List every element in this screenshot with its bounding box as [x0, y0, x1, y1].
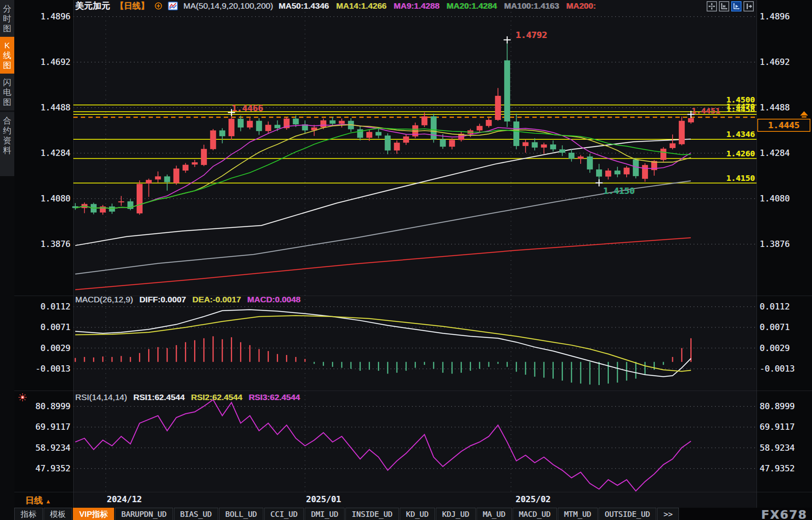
ma-value-0: MA50:1.4346 [279, 1, 329, 11]
chart-toolbar [707, 1, 754, 11]
sidebar-item-0[interactable]: 分时图 [0, 0, 14, 37]
axis-play-icon[interactable] [731, 1, 741, 11]
candle [495, 96, 501, 120]
candle [155, 176, 161, 180]
candle [504, 60, 510, 121]
tab-barupdn_ud[interactable]: BARUPDN_UD [115, 508, 173, 520]
rsi-header-part-2: RSI2:62.4544 [191, 393, 242, 402]
candle [164, 176, 170, 182]
macd-header-part-3: MACD:0.0048 [247, 295, 300, 304]
tab-inside_ud[interactable]: INSIDE_UD [345, 508, 399, 520]
candle [578, 156, 584, 159]
ma-value-1: MA14:1.4266 [336, 1, 387, 11]
candle [449, 140, 455, 147]
candle [274, 125, 280, 128]
candle [596, 169, 602, 176]
candle [633, 159, 639, 176]
macd-header-part-1: DIFF:0.0007 [139, 295, 186, 304]
tab-vip[interactable]: VIP指标 [73, 508, 114, 520]
candle [394, 143, 400, 151]
candle [477, 126, 482, 130]
candle [642, 165, 648, 179]
sidebar-item-1[interactable]: K线图 [0, 37, 14, 74]
candle [320, 120, 326, 127]
rsi-header-part-3: RSI3:62.4544 [249, 393, 300, 402]
ma-settings-label: MA(50,14,9,20,100,200) [183, 1, 273, 11]
candle [366, 132, 372, 138]
ma-values: MA50:1.4346MA14:1.4266MA9:1.4288MA20:1.4… [279, 1, 596, 11]
candle [109, 207, 115, 212]
ma-value-4: MA100:1.4163 [504, 1, 559, 11]
price-up-arrow-icon [799, 111, 809, 118]
tab-kd_ud[interactable]: KD_UD [400, 508, 435, 520]
candle [513, 121, 519, 146]
tab-bias_ud[interactable]: BIAS_UD [174, 508, 218, 520]
sidebar-items-container: 分时图K线图闪电图合约资料 [0, 0, 14, 176]
candle [256, 121, 262, 131]
rsi-header-part-1: RSI1:62.4544 [133, 393, 185, 402]
alert-dot-icon [18, 393, 27, 402]
tab-cci_ud[interactable]: CCI_UD [264, 508, 304, 520]
candle [385, 135, 391, 150]
macd-header-part-0: MACD(26,12,9) [75, 295, 133, 304]
candle [210, 131, 216, 149]
candle [118, 201, 124, 203]
period-selector-label: 日线 [25, 495, 43, 505]
candle [440, 139, 446, 147]
candle [201, 149, 207, 165]
candle [587, 156, 593, 169]
ma-value-2: MA9:1.4288 [394, 1, 440, 11]
candle [330, 120, 335, 123]
candle [421, 116, 427, 125]
date-label-1: 2025/01 [306, 495, 341, 504]
chart-canvas[interactable] [0, 0, 812, 520]
ma-value-3: MA20:1.4284 [447, 1, 497, 11]
candle [660, 149, 666, 160]
crosshair-icon[interactable] [707, 1, 717, 11]
candle [265, 125, 271, 131]
tab-dmi_ud[interactable]: DMI_UD [305, 508, 345, 520]
candle [137, 184, 143, 213]
candle [679, 121, 685, 144]
candle [624, 168, 630, 175]
tab->>[interactable]: >> [657, 508, 679, 520]
axis-scale-icon[interactable] [719, 1, 729, 11]
candle [688, 118, 694, 122]
period-tag[interactable]: 【日线】 [116, 0, 149, 11]
chart-settings-icon[interactable] [168, 2, 178, 10]
candle [192, 162, 198, 165]
sidebar-item-3[interactable]: 合约资料 [0, 110, 14, 159]
candle [238, 119, 244, 127]
macd-header-part-2: DEA:-0.0017 [193, 295, 241, 304]
tab-boll_ud[interactable]: BOLL_UD [219, 508, 263, 520]
candle [605, 171, 611, 176]
candle [229, 119, 234, 136]
candle [183, 165, 189, 171]
rsi-header: RSI(14,14,14)RSI1:62.4544RSI2:62.4544RSI… [75, 393, 300, 402]
triangle-up-icon: ▲ [45, 498, 51, 505]
tab-outside_ud[interactable]: OUTSIDE_UD [599, 508, 656, 520]
chart-header: 美元加元 【日线】 MA(50,14,9,20,100,200) MA50:1.… [75, 0, 705, 12]
tab-[interactable]: 指标 [14, 508, 43, 520]
tab-[interactable]: 模板 [44, 508, 72, 520]
bar-move-icon[interactable] [743, 1, 754, 11]
candle [614, 171, 620, 175]
candle [532, 142, 538, 148]
ma-value-5: MA200: [566, 1, 596, 11]
sidebar-item-2[interactable]: 闪电图 [0, 74, 14, 110]
tab-mtm_ud[interactable]: MTM_UD [558, 508, 598, 520]
macd-header: MACD(26,12,9)DIFF:0.0007DEA:-0.0017MACD:… [75, 295, 301, 304]
rsi-header-part-0: RSI(14,14,14) [75, 393, 127, 402]
tab-ma_ud[interactable]: MA_UD [477, 508, 512, 520]
candle [550, 144, 556, 149]
period-selector[interactable]: 日线 ▲ [25, 495, 51, 507]
tab-macd_ud[interactable]: MACD_UD [513, 508, 557, 520]
indicator-tabbar: 指标模板VIP指标BARUPDN_UDBIAS_UDBOLL_UDCCI_UDD… [14, 508, 812, 520]
candle [486, 120, 492, 126]
circle-plus-icon[interactable] [154, 2, 162, 10]
tab-kdj_ud[interactable]: KDJ_UD [436, 508, 476, 520]
date-label-0: 2024/12 [107, 495, 142, 504]
left-sidebar: 分时图K线图闪电图合约资料 [0, 0, 14, 520]
candle [568, 153, 574, 159]
candle [376, 132, 381, 135]
